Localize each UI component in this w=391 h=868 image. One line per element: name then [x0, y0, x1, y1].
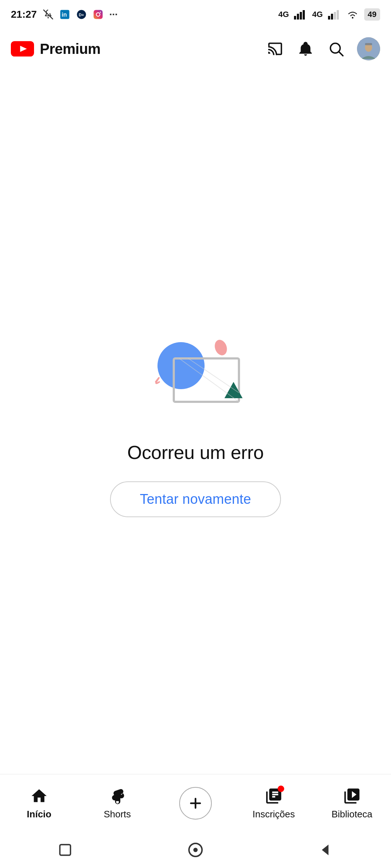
svg-rect-23	[365, 43, 372, 45]
home-icon	[30, 787, 48, 805]
svg-rect-11	[303, 10, 305, 20]
nav-shorts[interactable]: Shorts	[92, 786, 143, 820]
add-icon	[188, 795, 203, 811]
notification-dot	[278, 786, 284, 792]
avatar-button[interactable]	[357, 37, 380, 60]
library-label: Biblioteca	[332, 809, 373, 820]
svg-rect-9	[297, 14, 299, 20]
svg-rect-12	[328, 16, 330, 20]
instagram-icon	[93, 9, 104, 20]
android-nav-bar	[0, 832, 391, 868]
search-button[interactable]	[327, 39, 345, 58]
status-time: 21:27 in D+	[11, 9, 118, 20]
nav-subscriptions[interactable]: Inscrições	[248, 786, 299, 820]
nav-library[interactable]: Biblioteca	[327, 786, 377, 820]
app-bar-actions	[266, 37, 380, 60]
nav-create[interactable]	[170, 787, 221, 820]
status-bar: 21:27 in D+	[0, 0, 391, 29]
shorts-label: Shorts	[104, 809, 131, 820]
battery-indicator: 49	[364, 8, 380, 21]
svg-point-0	[47, 17, 49, 18]
app-title: Premium	[40, 41, 101, 57]
app-bar: Premium	[0, 29, 391, 69]
svg-rect-33	[60, 844, 70, 855]
mute-icon	[43, 9, 54, 20]
status-indicators: 4G 4G 49	[278, 8, 380, 21]
back-button[interactable]	[315, 839, 337, 861]
svg-rect-13	[331, 14, 333, 20]
svg-rect-15	[337, 10, 339, 20]
android-home-button[interactable]	[185, 839, 206, 861]
shorts-icon	[108, 787, 126, 805]
svg-point-7	[100, 12, 101, 13]
signal-icon	[294, 9, 307, 20]
library-icon	[343, 787, 361, 805]
recents-button[interactable]	[54, 839, 76, 861]
error-illustration	[138, 326, 253, 420]
disney-icon: D+	[76, 9, 87, 20]
youtube-logo-icon	[11, 41, 34, 57]
cast-button[interactable]	[266, 39, 285, 58]
svg-line-20	[339, 52, 343, 56]
bottom-nav: Início Shorts In	[0, 774, 391, 832]
signal-icon-2	[328, 9, 341, 20]
svg-rect-8	[294, 16, 296, 20]
main-content: Ocorreu um erro Tentar novamente	[0, 69, 391, 774]
subscriptions-label: Inscrições	[252, 809, 295, 820]
svg-rect-10	[300, 12, 302, 20]
svg-point-24	[213, 338, 229, 357]
svg-point-35	[193, 848, 198, 852]
more-dots-icon: ···	[109, 9, 118, 20]
svg-text:D+: D+	[79, 13, 84, 17]
logo-area: Premium	[11, 41, 101, 57]
error-title: Ocorreu um erro	[127, 442, 264, 463]
nav-home[interactable]: Início	[14, 786, 64, 820]
svg-rect-14	[334, 12, 336, 20]
wifi-icon	[346, 9, 359, 20]
home-label: Início	[27, 809, 51, 820]
svg-point-16	[352, 17, 353, 19]
svg-rect-5	[93, 10, 102, 19]
svg-point-25	[157, 342, 205, 389]
linkedin-icon: in	[59, 9, 70, 20]
add-button[interactable]	[179, 787, 212, 820]
notification-button[interactable]	[296, 39, 315, 58]
retry-button[interactable]: Tentar novamente	[110, 481, 281, 517]
svg-marker-36	[322, 844, 328, 855]
svg-text:in: in	[62, 11, 67, 18]
